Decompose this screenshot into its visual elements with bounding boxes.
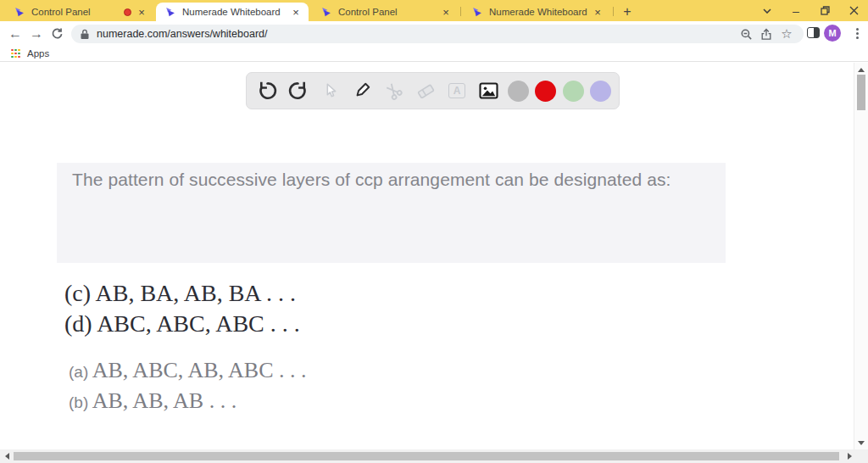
scroll-right-arrow-icon[interactable]	[844, 449, 854, 463]
recording-indicator-icon	[124, 8, 131, 16]
numerade-favicon-icon	[471, 6, 483, 18]
tab-close-icon[interactable]: ×	[591, 5, 604, 19]
secure-lock-icon[interactable]	[80, 29, 90, 40]
tab-numerade-whiteboard-2[interactable]: Numerade Whiteboard ×	[463, 3, 610, 21]
tab-control-panel-1[interactable]: Control Panel ×	[5, 3, 154, 21]
profile-avatar[interactable]: M	[824, 25, 841, 42]
option-c-label: (c)	[64, 280, 91, 306]
option-c-text: AB, BA, AB, BA . . .	[96, 280, 297, 306]
numerade-favicon-icon	[14, 6, 25, 18]
zoom-icon[interactable]	[736, 25, 756, 43]
vertical-scrollbar-thumb[interactable]	[857, 75, 865, 110]
color-swatch-red[interactable]	[535, 81, 556, 102]
color-swatch-green[interactable]	[563, 81, 584, 102]
apps-bookmark[interactable]: Apps	[27, 48, 49, 59]
option-d-text: ABC, ABC, ABC . . .	[97, 310, 300, 337]
bookmarks-bar: Apps	[0, 46, 868, 62]
color-swatch-purple[interactable]	[590, 81, 611, 102]
cursor-tool-button[interactable]	[318, 75, 343, 106]
scroll-down-arrow-icon[interactable]	[854, 438, 868, 448]
whiteboard-toolbar: A	[246, 72, 620, 109]
tab-title: Numerade Whiteboard	[182, 7, 286, 17]
tab-title: Control Panel	[31, 7, 120, 17]
horizontal-scrollbar[interactable]	[0, 449, 868, 463]
back-button[interactable]: ←	[4, 21, 26, 46]
forward-button[interactable]: →	[25, 21, 47, 46]
navigation-bar: ← → numerade.com/answers/whiteboard/ ☆ M	[0, 21, 868, 46]
tab-control-panel-2[interactable]: Control Panel ×	[312, 3, 459, 21]
share-icon[interactable]	[756, 25, 776, 43]
numerade-favicon-icon	[320, 6, 332, 18]
tab-numerade-whiteboard-active[interactable]: Numerade Whiteboard ×	[156, 3, 309, 21]
reload-button[interactable]	[46, 21, 68, 46]
tab-close-icon[interactable]: ×	[439, 5, 453, 19]
option-d-label: (d)	[64, 310, 92, 337]
option-b-label: (b)	[69, 393, 88, 411]
undo-button[interactable]	[254, 75, 280, 106]
tab-separator	[460, 7, 461, 16]
question-image-block: The pattern of successive layers of ccp …	[57, 163, 726, 263]
option-a-label: (a)	[69, 363, 88, 381]
horizontal-scrollbar-thumb[interactable]	[14, 452, 839, 460]
window-minimize-button[interactable]: –	[783, 0, 809, 21]
tab-close-icon[interactable]: ×	[289, 5, 303, 19]
numerade-favicon-icon	[164, 6, 176, 18]
tab-search-chevron-icon[interactable]	[754, 0, 780, 21]
new-tab-button[interactable]: +	[617, 3, 637, 21]
vertical-scrollbar[interactable]	[854, 63, 868, 449]
scissors-tool-button[interactable]	[381, 75, 406, 106]
image-tool-button[interactable]	[476, 75, 502, 106]
option-c: (c) AB, BA, AB, BA . . .	[64, 280, 296, 307]
scroll-left-arrow-icon[interactable]	[2, 449, 12, 463]
apps-grid-icon[interactable]	[11, 49, 20, 59]
color-swatch-gray[interactable]	[508, 81, 529, 102]
tab-title: Control Panel	[338, 7, 436, 17]
option-a-text: AB, ABC, AB, ABC . . .	[92, 358, 307, 382]
bookmark-star-icon[interactable]: ☆	[776, 25, 797, 43]
redo-button[interactable]	[286, 75, 311, 106]
option-d: (d) ABC, ABC, ABC . . .	[64, 310, 300, 337]
option-a: (a) AB, ABC, AB, ABC . . .	[69, 358, 307, 383]
tab-separator	[613, 7, 614, 16]
text-tool-label: A	[448, 83, 465, 98]
eraser-tool-button[interactable]	[413, 75, 438, 106]
window-restore-button[interactable]	[812, 0, 837, 21]
browser-menu-icon[interactable]	[850, 25, 864, 42]
address-bar[interactable]: numerade.com/answers/whiteboard/ ☆	[71, 25, 804, 43]
question-prompt: The pattern of successive layers of ccp …	[72, 170, 671, 190]
tab-strip: Control Panel × Numerade Whiteboard × Co…	[0, 0, 868, 21]
scroll-up-arrow-icon[interactable]	[854, 64, 868, 75]
tab-close-icon[interactable]: ×	[135, 5, 148, 19]
option-b: (b) AB, AB, AB . . .	[69, 388, 236, 414]
option-b-text: AB, AB, AB . . .	[92, 388, 237, 413]
text-tool-button[interactable]: A	[444, 75, 470, 106]
pen-tool-button[interactable]	[349, 75, 375, 106]
url-text: numerade.com/answers/whiteboard/	[97, 28, 736, 40]
side-panel-icon[interactable]	[807, 27, 820, 38]
tab-title: Numerade Whiteboard	[489, 7, 587, 17]
window-close-button[interactable]	[841, 0, 866, 21]
